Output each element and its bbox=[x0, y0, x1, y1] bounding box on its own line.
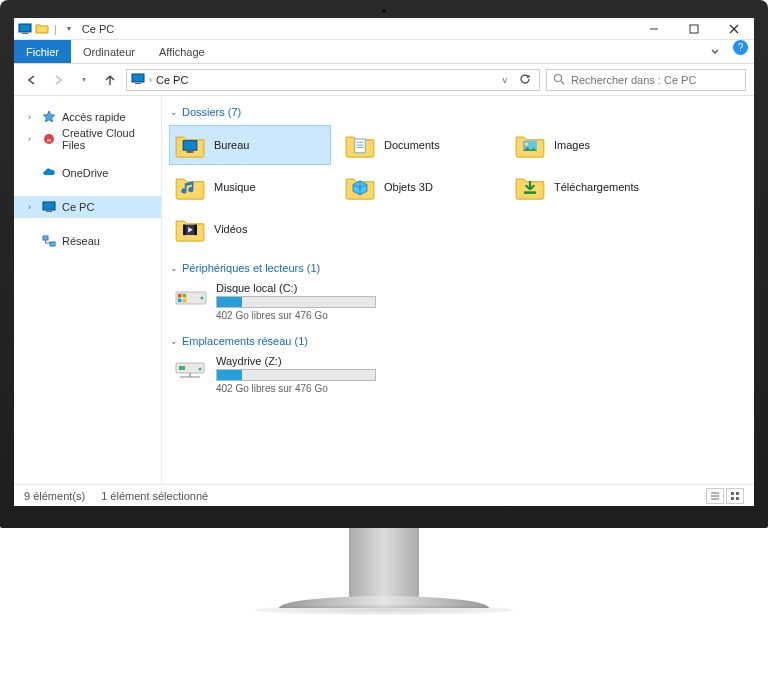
sidebar-item-label: Ce PC bbox=[62, 201, 94, 213]
monitor-shadow bbox=[254, 605, 514, 615]
tab-view[interactable]: Affichage bbox=[147, 40, 217, 63]
creative-cloud-icon: ∞ bbox=[42, 132, 56, 146]
drive-usage-fill bbox=[217, 297, 242, 307]
folder-icon bbox=[174, 171, 206, 203]
group-header-drives[interactable]: ⌄ Périphériques et lecteurs (1) bbox=[170, 258, 746, 278]
group-header-network[interactable]: ⌄ Emplacements réseau (1) bbox=[170, 331, 746, 351]
svg-rect-34 bbox=[178, 299, 182, 303]
svg-rect-0 bbox=[19, 24, 31, 32]
sidebar-item-network[interactable]: Réseau bbox=[14, 230, 161, 252]
svg-rect-13 bbox=[43, 202, 55, 210]
drive-item[interactable]: Disque local (C:) 402 Go libres sur 476 … bbox=[170, 278, 430, 331]
drive-item[interactable]: Waydrive (Z:) 402 Go libres sur 476 Go bbox=[170, 351, 430, 404]
svg-rect-33 bbox=[183, 294, 187, 298]
drive-free-label: 402 Go libres sur 476 Go bbox=[216, 383, 376, 394]
folder-icon[interactable] bbox=[35, 22, 49, 36]
folder-label: Téléchargements bbox=[554, 181, 639, 193]
qat-dropdown-icon[interactable]: ▾ bbox=[62, 22, 76, 36]
status-bar: 9 élément(s) 1 élément sélectionné bbox=[14, 484, 754, 506]
group-header-folders[interactable]: ⌄ Dossiers (7) bbox=[170, 102, 746, 122]
svg-rect-35 bbox=[183, 299, 187, 303]
network-locations-list: Waydrive (Z:) 402 Go libres sur 476 Go bbox=[170, 351, 746, 404]
folder-item[interactable]: Vidéos bbox=[170, 210, 330, 248]
folder-icon bbox=[174, 129, 206, 161]
svg-rect-19 bbox=[355, 139, 365, 153]
maximize-button[interactable] bbox=[674, 18, 714, 40]
star-icon bbox=[42, 110, 56, 124]
navigation-sidebar: › Accès rapide › ∞ Creative Cloud Files bbox=[14, 96, 162, 484]
sidebar-item-label: Accès rapide bbox=[62, 111, 126, 123]
chevron-right-icon[interactable]: › bbox=[28, 202, 36, 212]
search-input[interactable] bbox=[571, 74, 739, 86]
refresh-button[interactable] bbox=[515, 73, 535, 87]
folder-icon bbox=[344, 171, 376, 203]
sidebar-item-onedrive[interactable]: OneDrive bbox=[14, 162, 161, 184]
monitor-frame: | ▾ Ce PC Fichier Ordinateur Affichage bbox=[0, 0, 768, 528]
folder-label: Vidéos bbox=[214, 223, 247, 235]
svg-line-9 bbox=[561, 81, 564, 84]
svg-rect-14 bbox=[46, 211, 52, 212]
search-box[interactable] bbox=[546, 69, 746, 91]
onedrive-icon bbox=[42, 166, 56, 180]
chevron-down-icon: ⌄ bbox=[170, 336, 178, 346]
folder-item[interactable]: Téléchargements bbox=[510, 168, 670, 206]
close-button[interactable] bbox=[714, 18, 754, 40]
svg-text:∞: ∞ bbox=[47, 137, 51, 143]
up-button[interactable] bbox=[100, 70, 120, 90]
svg-rect-17 bbox=[183, 141, 197, 151]
svg-rect-27 bbox=[183, 225, 186, 235]
folder-item[interactable]: Documents bbox=[340, 126, 500, 164]
help-icon[interactable]: ? bbox=[733, 40, 748, 55]
drive-usage-bar bbox=[216, 296, 376, 308]
chevron-down-icon: ⌄ bbox=[170, 263, 178, 273]
svg-point-39 bbox=[199, 368, 202, 371]
drive-usage-bar bbox=[216, 369, 376, 381]
drive-usage-fill bbox=[217, 370, 242, 380]
folder-item[interactable]: Musique bbox=[170, 168, 330, 206]
folder-item[interactable]: Objets 3D bbox=[340, 168, 500, 206]
breadcrumb-separator-icon[interactable]: › bbox=[149, 75, 152, 85]
content-pane: ⌄ Dossiers (7) Bureau Documents Images M… bbox=[162, 96, 754, 484]
location-box[interactable]: › Ce PC v bbox=[126, 69, 540, 91]
group-header-label: Emplacements réseau (1) bbox=[182, 335, 308, 347]
minimize-button[interactable] bbox=[634, 18, 674, 40]
sidebar-item-this-pc[interactable]: › Ce PC bbox=[14, 196, 161, 218]
recent-dropdown-icon[interactable]: ▾ bbox=[74, 70, 94, 90]
pc-icon bbox=[18, 22, 32, 36]
view-icons-button[interactable] bbox=[726, 488, 744, 504]
group-header-label: Périphériques et lecteurs (1) bbox=[182, 262, 320, 274]
back-button[interactable] bbox=[22, 70, 42, 90]
network-icon bbox=[42, 234, 56, 248]
folder-label: Documents bbox=[384, 139, 440, 151]
svg-point-8 bbox=[555, 74, 562, 81]
breadcrumb[interactable]: Ce PC bbox=[156, 74, 188, 86]
chevron-right-icon[interactable]: › bbox=[28, 112, 36, 122]
svg-rect-3 bbox=[690, 25, 698, 33]
folder-item[interactable]: Images bbox=[510, 126, 670, 164]
sidebar-item-quick-access[interactable]: › Accès rapide bbox=[14, 106, 161, 128]
svg-rect-44 bbox=[736, 492, 739, 495]
ribbon-collapse-icon[interactable] bbox=[703, 40, 727, 63]
folders-grid: Bureau Documents Images Musique Objets 3… bbox=[170, 122, 746, 258]
file-explorer-window: | ▾ Ce PC Fichier Ordinateur Affichage bbox=[14, 18, 754, 506]
forward-button[interactable] bbox=[48, 70, 68, 90]
tab-file[interactable]: Fichier bbox=[14, 40, 71, 63]
drive-free-label: 402 Go libres sur 476 Go bbox=[216, 310, 376, 321]
view-details-button[interactable] bbox=[706, 488, 724, 504]
address-bar: ▾ › Ce PC v bbox=[14, 64, 754, 96]
chevron-right-icon[interactable]: › bbox=[28, 134, 36, 144]
folder-item[interactable]: Bureau bbox=[170, 126, 330, 164]
tab-computer[interactable]: Ordinateur bbox=[71, 40, 147, 63]
qat-separator: | bbox=[54, 23, 57, 35]
sidebar-item-creative-cloud[interactable]: › ∞ Creative Cloud Files bbox=[14, 128, 161, 150]
folder-icon bbox=[514, 171, 546, 203]
title-bar: | ▾ Ce PC bbox=[14, 18, 754, 40]
drive-info: Waydrive (Z:) 402 Go libres sur 476 Go bbox=[216, 355, 376, 394]
svg-rect-45 bbox=[731, 497, 734, 500]
pc-icon bbox=[42, 200, 56, 214]
drives-list: Disque local (C:) 402 Go libres sur 476 … bbox=[170, 278, 746, 331]
svg-rect-1 bbox=[22, 33, 28, 34]
location-dropdown-icon[interactable]: v bbox=[499, 75, 512, 85]
folder-label: Musique bbox=[214, 181, 256, 193]
window-controls bbox=[634, 18, 754, 40]
